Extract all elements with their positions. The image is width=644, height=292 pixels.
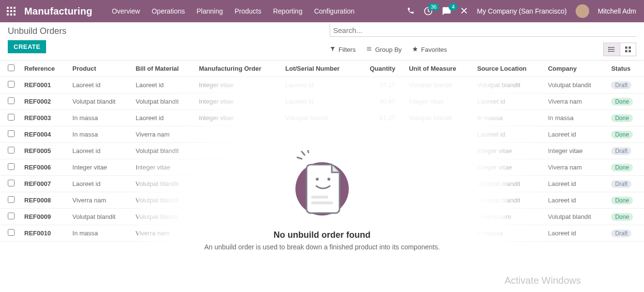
cell-qty: 37.17 bbox=[357, 77, 404, 93]
menu-reporting[interactable]: Reporting bbox=[273, 7, 303, 15]
cell-bom: Viverra nam bbox=[131, 225, 194, 242]
cell-bom: Laoreet id bbox=[131, 77, 194, 93]
cell-lot: Laoreet id bbox=[280, 93, 357, 110]
col-product[interactable]: Product bbox=[67, 61, 130, 77]
row-checkbox[interactable] bbox=[8, 147, 15, 154]
cell-company: Laoreet id bbox=[543, 225, 606, 242]
row-checkbox[interactable] bbox=[8, 213, 15, 219]
menu-overview[interactable]: Overview bbox=[112, 7, 140, 15]
menu-configuration[interactable]: Configuration bbox=[314, 7, 354, 15]
status-badge: Draft bbox=[611, 81, 631, 89]
cell-status: Done bbox=[606, 209, 644, 225]
col-src[interactable]: Source Location bbox=[472, 61, 543, 77]
cell-reference: REF0001 bbox=[19, 77, 67, 93]
cell-status: Done bbox=[606, 126, 644, 143]
menu-planning[interactable]: Planning bbox=[196, 7, 223, 15]
svg-rect-10 bbox=[367, 47, 371, 47]
empty-state: No unbuild order found An unbuild order … bbox=[204, 150, 440, 251]
username[interactable]: Mitchell Adm bbox=[598, 7, 636, 15]
cell-lot: Laoreet id bbox=[280, 77, 357, 93]
empty-illustration-icon bbox=[288, 150, 356, 223]
cell-reference: REF0003 bbox=[19, 110, 67, 126]
col-bom[interactable]: Bill of Material bbox=[131, 61, 194, 77]
filters-button[interactable]: Filters bbox=[330, 46, 355, 53]
cell-status: Draft bbox=[606, 77, 644, 93]
create-button[interactable]: CREATE bbox=[8, 40, 46, 53]
row-checkbox[interactable] bbox=[8, 130, 15, 137]
status-badge: Draft bbox=[611, 147, 631, 155]
col-reference[interactable]: Reference bbox=[19, 61, 67, 77]
col-company[interactable]: Company bbox=[543, 61, 606, 77]
cell-src: Laoreet id bbox=[472, 93, 543, 110]
cell-company: Laoreet id bbox=[543, 176, 606, 192]
col-lot[interactable]: Lot/Serial Number bbox=[280, 61, 357, 77]
row-checkbox[interactable] bbox=[8, 114, 15, 121]
cell-bom: Volutpat blandit bbox=[131, 143, 194, 159]
star-icon bbox=[412, 46, 418, 53]
cell-company: In massa bbox=[543, 110, 606, 126]
col-uom[interactable]: Unit of Measure bbox=[404, 61, 472, 77]
cell-company: Volutpat blandit bbox=[543, 77, 606, 93]
avatar[interactable] bbox=[576, 4, 589, 18]
close-icon[interactable] bbox=[460, 7, 468, 16]
cell-reference: REF0008 bbox=[19, 192, 67, 209]
cell-product: In massa bbox=[67, 110, 130, 126]
row-checkbox[interactable] bbox=[8, 229, 15, 236]
app-brand[interactable]: Manufacturing bbox=[24, 6, 92, 17]
row-checkbox[interactable] bbox=[8, 196, 15, 203]
discuss-icon[interactable]: 4 bbox=[442, 6, 451, 16]
row-checkbox[interactable] bbox=[8, 81, 15, 88]
cell-status: Done bbox=[606, 110, 644, 126]
cell-src: Integer vitae bbox=[472, 143, 543, 159]
svg-point-15 bbox=[608, 51, 609, 51]
cell-status: Done bbox=[606, 93, 644, 110]
apps-icon[interactable] bbox=[0, 0, 22, 22]
cell-src: Volutpat blandit bbox=[472, 176, 543, 192]
col-status[interactable]: Status bbox=[606, 61, 644, 77]
cell-product: Viverra nam bbox=[67, 192, 130, 209]
cell-uom: Volutpat blandit bbox=[404, 77, 472, 93]
navbar: Manufacturing Overview Operations Planni… bbox=[0, 0, 644, 22]
table-row[interactable]: REF0001Laoreet idLaoreet idInteger vitae… bbox=[0, 77, 644, 93]
row-checkbox[interactable] bbox=[8, 180, 15, 186]
table-row[interactable]: REF0002Volutpat blanditVolutpat blanditI… bbox=[0, 93, 644, 110]
cell-product: Laoreet id bbox=[67, 143, 130, 159]
cell-src: Viverra nam bbox=[472, 209, 543, 225]
phone-icon[interactable] bbox=[407, 7, 415, 16]
cell-company: Integer vitae bbox=[543, 143, 606, 159]
cell-reference: REF0005 bbox=[19, 143, 67, 159]
cell-product: Volutpat blandit bbox=[67, 93, 130, 110]
cell-company: Viverra nam bbox=[543, 159, 606, 176]
cell-product: In massa bbox=[67, 225, 130, 242]
row-checkbox[interactable] bbox=[8, 163, 15, 170]
view-list-button[interactable] bbox=[603, 43, 620, 56]
activities-icon[interactable]: 36 bbox=[423, 6, 433, 16]
table-row[interactable]: REF0003In massaLaoreet idInteger vitaeVo… bbox=[0, 110, 644, 126]
company-switcher[interactable]: My Company (San Francisco) bbox=[477, 7, 566, 15]
favorites-button[interactable]: Favorites bbox=[412, 46, 447, 53]
menu-operations[interactable]: Operations bbox=[152, 7, 185, 15]
cell-status: Done bbox=[606, 192, 644, 209]
search-input[interactable] bbox=[330, 24, 636, 37]
navbar-right: 36 4 My Company (San Francisco) Mitchell… bbox=[407, 4, 636, 18]
select-all-checkbox[interactable] bbox=[8, 64, 15, 71]
col-qty[interactable]: Quantity bbox=[357, 61, 404, 77]
cell-lot: Volutpat blandit bbox=[280, 110, 357, 126]
menu-products[interactable]: Products bbox=[235, 7, 261, 15]
cell-uom: Volutpat blandit bbox=[404, 110, 472, 126]
cell-src: In massa bbox=[472, 225, 543, 242]
view-kanban-button[interactable] bbox=[620, 43, 636, 56]
cell-uom bbox=[404, 126, 472, 143]
groupby-button[interactable]: Group By bbox=[366, 46, 402, 53]
cell-product: Integer vitae bbox=[67, 159, 130, 176]
table-row[interactable]: REF0004In massaViverra namLaoreet idLaor… bbox=[0, 126, 644, 143]
row-checkbox[interactable] bbox=[8, 97, 15, 104]
cell-reference: REF0004 bbox=[19, 126, 67, 143]
col-mo[interactable]: Manufacturing Order bbox=[194, 61, 280, 77]
col-checkbox bbox=[0, 61, 19, 77]
status-badge: Draft bbox=[611, 230, 631, 237]
cell-bom: Viverra nam bbox=[131, 126, 194, 143]
svg-rect-4 bbox=[10, 10, 12, 12]
cell-bom: Integer vitae bbox=[131, 159, 194, 176]
cell-product: Laoreet id bbox=[67, 77, 130, 93]
